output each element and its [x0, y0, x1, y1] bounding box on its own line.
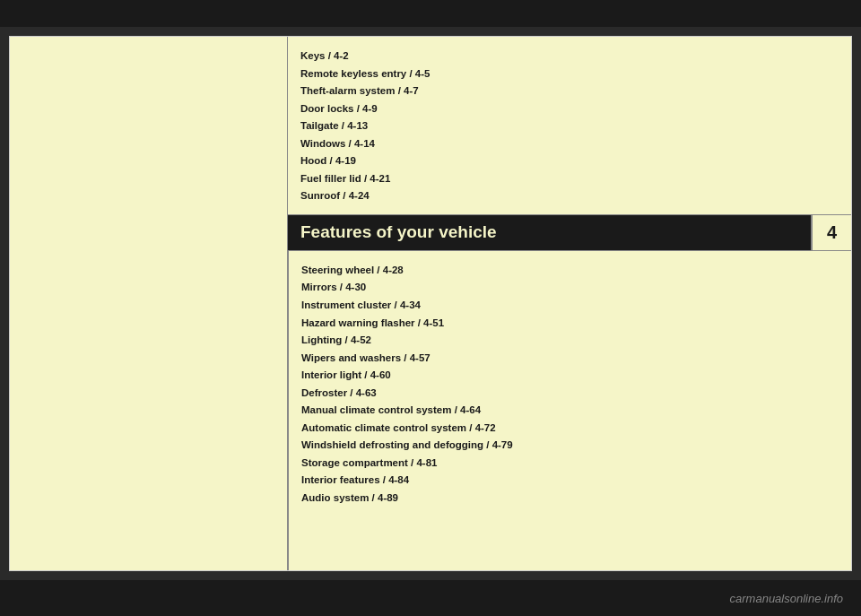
bottom-item: Manual climate control system / 4-64 — [301, 402, 839, 420]
bottom-item: Steering wheel / 4-28 — [301, 262, 839, 280]
chapter-number: 4 — [811, 215, 851, 250]
top-bar — [0, 0, 861, 27]
bottom-item: Hazard warning flasher / 4-51 — [301, 315, 839, 333]
bottom-bar: carmanualsonline.info — [0, 580, 861, 616]
bottom-items-list: Steering wheel / 4-28Mirrors / 4-30Instr… — [301, 262, 839, 508]
bottom-item: Interior features / 4-84 — [301, 472, 839, 490]
bottom-item: Storage compartment / 4-81 — [301, 455, 839, 473]
chapter-header: Features of your vehicle 4 — [288, 215, 851, 250]
bottom-section: Steering wheel / 4-28Mirrors / 4-30Instr… — [288, 251, 851, 570]
watermark: carmanualsonline.info — [730, 592, 843, 605]
bottom-item: Wipers and washers / 4-57 — [301, 350, 839, 368]
top-item: Keys / 4-2 — [300, 48, 839, 65]
top-item: Sunroof / 4-24 — [300, 187, 839, 205]
bottom-item: Windshield defrosting and defogging / 4-… — [301, 437, 839, 455]
top-item: Remote keyless entry / 4-5 — [300, 65, 839, 83]
main-content: Keys / 4-2Remote keyless entry / 4-5Thef… — [0, 27, 861, 580]
top-item: Theft-alarm system / 4-7 — [300, 82, 839, 100]
top-items-list: Keys / 4-2Remote keyless entry / 4-5Thef… — [300, 48, 839, 205]
top-item: Fuel filler lid / 4-21 — [300, 170, 839, 188]
chapter-title: Features of your vehicle — [288, 215, 811, 250]
bottom-item: Defroster / 4-63 — [301, 385, 839, 403]
top-item: Windows / 4-14 — [300, 135, 839, 153]
bottom-item: Instrument cluster / 4-34 — [301, 297, 839, 315]
bottom-item: Interior light / 4-60 — [301, 367, 839, 385]
bottom-item: Automatic climate control system / 4-72 — [301, 420, 839, 438]
left-panel — [10, 37, 288, 570]
page-container: Keys / 4-2Remote keyless entry / 4-5Thef… — [9, 36, 852, 571]
top-section: Keys / 4-2Remote keyless entry / 4-5Thef… — [288, 37, 851, 215]
bottom-item: Audio system / 4-89 — [301, 490, 839, 508]
top-item: Tailgate / 4-13 — [300, 117, 839, 135]
top-item: Hood / 4-19 — [300, 152, 839, 170]
bottom-item: Mirrors / 4-30 — [301, 279, 839, 297]
top-item: Door locks / 4-9 — [300, 100, 839, 118]
bottom-item: Lighting / 4-52 — [301, 332, 839, 350]
right-panel: Keys / 4-2Remote keyless entry / 4-5Thef… — [288, 37, 851, 570]
